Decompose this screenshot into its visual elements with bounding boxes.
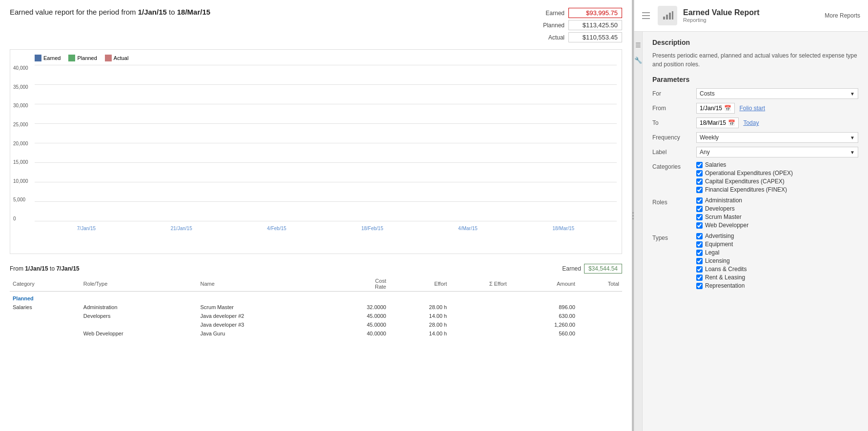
for-select[interactable]: Costs ▼ [696,88,858,99]
legend-planned-label: Planned [77,55,97,61]
param-to: To 18/Mar/15 📅 Today [652,118,858,128]
param-categories-value: Salaries Operational Expenditures (OPEX)… [696,161,858,193]
svg-rect-1 [666,15,668,20]
category-capex[interactable]: Capital Expenditures (CAPEX) [696,178,858,185]
param-label-label: Label [652,147,696,156]
role-developers[interactable]: Developers [696,205,858,212]
type-legal[interactable]: Legal [696,249,858,256]
earned-summary-row: Earned $93,995.75 [545,8,622,18]
category-salaries[interactable]: Salaries [696,161,858,168]
cell-effort: 28.00 h [389,303,450,312]
wrench-icon[interactable]: 🔧 [634,57,642,64]
cell-role: Developers [81,312,198,320]
cell-cost-rate: 40.0000 [324,329,389,338]
to-date-field[interactable]: 18/Mar/15 📅 [696,118,739,128]
planned-summary-row: Planned $113,425.50 [543,20,622,30]
chart-legend: Earned Planned Actual [35,55,617,61]
from-date-field[interactable]: 1/Jan/15 📅 [696,103,735,114]
cell-cost-rate: 32.0000 [324,303,389,312]
parameters-section: Parameters For Costs ▼ From [652,76,858,289]
cell-sigma [450,303,510,312]
actual-value: $110,553.45 [568,32,622,42]
col-name: Name [198,276,325,292]
col-role-type: Role/Type [81,276,198,292]
today-link[interactable]: Today [743,119,759,126]
bar-chart-icon [662,10,673,21]
svg-rect-3 [672,11,673,20]
more-reports-link[interactable]: More Reports [825,12,860,19]
report-title: Earned value report for the period from … [10,8,210,16]
toggle-line-1 [642,12,650,13]
label-select[interactable]: Any ▼ [696,147,858,157]
table-row: Developers Java developer #2 45.0000 14.… [10,312,622,320]
cell-amount: 630.00 [510,312,578,320]
legend-earned-label: Earned [43,55,61,61]
role-web-developper[interactable]: Web Developper [696,222,858,229]
chart-container: Earned Planned Actual 0 5,000 10,000 15,… [10,49,622,254]
cell-sigma [450,329,510,338]
category-finex[interactable]: Financial Expenditures (FINEX) [696,186,858,193]
param-types: Types Advertising Equipment Legal Licens… [652,233,858,289]
x-label-1: 7/Jan/15 [77,226,96,231]
cell-amount: 560.00 [510,329,578,338]
param-from-value: 1/Jan/15 📅 Folio start [696,103,858,114]
legend-actual-color [105,55,112,61]
param-types-label: Types [652,233,696,241]
frequency-select[interactable]: Weekly ▼ [696,132,858,143]
type-rent-leasing[interactable]: Rent & Leasing [696,274,858,281]
svg-rect-0 [663,17,665,20]
folio-start-link[interactable]: Folio start [739,105,765,112]
sidebar-toggle[interactable] [642,12,650,19]
actual-summary-row: Actual $110,553.45 [548,32,622,42]
col-effort: Effort [389,276,450,292]
cell-effort: 14.00 h [389,312,450,320]
calendar-icon-from: 📅 [724,105,731,112]
calendar-icon-to: 📅 [728,119,735,126]
from-to-label: From 1/Jan/15 to 7/Jan/15 [10,265,80,272]
legend-planned: Planned [68,55,97,61]
cell-amount: 1,260.00 [510,320,578,329]
cell-name: Java developer #3 [198,320,325,329]
col-cost-rate: CostRate [324,276,389,292]
type-advertising[interactable]: Advertising [696,233,858,239]
parameters-title: Parameters [652,76,858,83]
cell-amount: 896.00 [510,303,578,312]
type-representation[interactable]: Representation [696,282,858,289]
actual-label: Actual [548,34,565,41]
type-equipment[interactable]: Equipment [696,241,858,248]
param-frequency: Frequency Weekly ▼ [652,132,858,143]
to-date-text: 18/Mar/15 [700,119,726,126]
legend-earned: Earned [35,55,61,61]
planned-value: $113,425.50 [568,20,622,30]
planned-section-header: Planned [10,292,622,303]
table-earned-value: $34,544.54 [584,264,622,274]
x-label-3: 4/Feb/15 [267,226,286,231]
role-administration[interactable]: Administration [696,197,858,204]
cell-effort: 28.00 h [389,320,450,329]
list-icon[interactable]: ☰ [635,41,641,49]
frequency-chevron: ▼ [850,135,855,140]
param-frequency-value: Weekly ▼ [696,132,858,143]
category-opex[interactable]: Operational Expenditures (OPEX) [696,170,858,176]
cell-category [10,312,81,320]
cell-sigma [450,312,510,320]
role-scrum-master[interactable]: Scrum Master [696,214,858,220]
type-licensing[interactable]: Licensing [696,257,858,264]
param-label-value: Any ▼ [696,147,858,157]
cell-category: Salaries [10,303,81,312]
param-categories-label: Categories [652,161,696,170]
categories-list: Salaries Operational Expenditures (OPEX)… [696,161,858,193]
col-sigma-effort: Σ Effort [450,276,510,292]
param-types-value: Advertising Equipment Legal Licensing Lo… [696,233,858,289]
cell-sigma [450,320,510,329]
type-loans-credits[interactable]: Loans & Credits [696,266,858,273]
cell-name: Scrum Master [198,303,325,312]
cell-category [10,320,81,329]
sidebar-report-title: Earned Value Report [683,8,760,17]
cell-category [10,329,81,338]
param-from: From 1/Jan/15 📅 Folio start [652,103,858,114]
data-table: Category Role/Type Name CostRate Effort … [10,276,622,338]
x-label-4: 18/Feb/15 [361,226,383,231]
cell-role: Web Developper [81,329,198,338]
bars-area [35,65,617,221]
